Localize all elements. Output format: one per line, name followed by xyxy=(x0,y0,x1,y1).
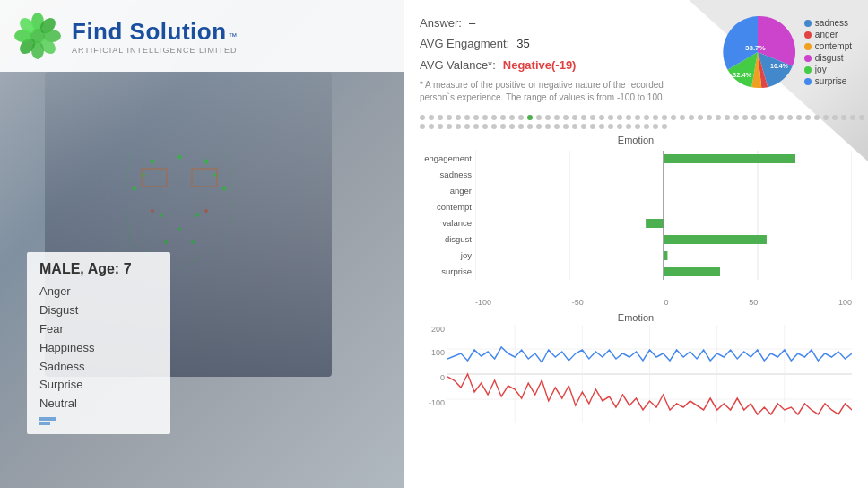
right-panel: Answer: – AVG Engagment: 35 AVG Valance*… xyxy=(404,0,868,488)
bar-x-labels: -100 -50 0 50 100 xyxy=(475,298,852,307)
logo-icon xyxy=(14,13,61,59)
svg-text:16.4%: 16.4% xyxy=(770,63,789,69)
answer-value: – xyxy=(469,13,475,33)
legend-surprise: surprise xyxy=(804,76,852,86)
brand-tm: ™ xyxy=(229,31,238,41)
disgust-label: disgust xyxy=(815,53,844,63)
bar-chart-title: Emotion xyxy=(420,135,852,145)
anger-dot xyxy=(804,31,812,39)
stat-note: * A measure of the positive or negative … xyxy=(420,79,689,104)
anger-label: anger xyxy=(815,30,838,39)
right-content: Answer: – AVG Engagment: 35 AVG Valance*… xyxy=(420,13,852,475)
brand-name: Find Solution xyxy=(72,18,227,46)
emotion-disgust: Disgust xyxy=(39,301,158,320)
stats-row: Answer: – AVG Engagment: 35 AVG Valance*… xyxy=(420,13,852,104)
engagement-stat: AVG Engagment: 35 xyxy=(420,33,700,54)
y-label-100: 100 xyxy=(431,348,445,357)
engagement-label: AVG Engagment: xyxy=(420,33,509,54)
line-y-axis: 200 100 0 -100 xyxy=(420,325,447,423)
surprise-label: surprise xyxy=(815,76,847,86)
surprise-dot xyxy=(804,78,812,85)
legend-disgust: disgust xyxy=(804,53,852,63)
bar-label-valance: valance xyxy=(420,215,472,231)
valance-label: AVG Valance*: xyxy=(420,55,496,75)
legend-anger: anger xyxy=(804,30,852,39)
bar-chart-area: -100 -50 0 50 100 xyxy=(475,151,852,307)
dotted-separator xyxy=(420,115,852,131)
x-label-n50: -50 xyxy=(572,298,584,307)
bar-chart-section: Emotion engagement sadness anger contemp… xyxy=(420,135,852,307)
bar-label-disgust: disgust xyxy=(420,231,472,248)
y-label-200: 200 xyxy=(431,325,445,334)
emotion-anger: Anger xyxy=(39,283,158,301)
pie-chart-area: 33.7% 16.4% 32.4% sadness anger xyxy=(718,13,852,92)
svg-rect-34 xyxy=(646,219,664,228)
emotion-happiness: Happiness xyxy=(39,339,158,358)
joy-label: joy xyxy=(815,65,827,74)
bar-label-contempt: contempt xyxy=(420,199,472,215)
line-chart-canvas xyxy=(447,325,852,423)
emotion-fear: Fear xyxy=(39,320,158,339)
line-chart-section: Emotion 200 100 0 -100 xyxy=(420,312,852,475)
dot-row-1 xyxy=(420,115,852,120)
svg-text:33.7%: 33.7% xyxy=(745,44,766,52)
line-chart-title: Emotion xyxy=(420,312,852,323)
bar-label-surprise: surprise xyxy=(420,264,472,280)
line-chart-svg xyxy=(447,325,852,423)
contempt-label: contempt xyxy=(815,41,852,51)
contempt-dot xyxy=(804,43,812,50)
pie-legend: sadness anger contempt disgust xyxy=(804,18,852,86)
bar-label-sadness: sadness xyxy=(420,167,472,183)
joy-dot xyxy=(804,66,812,74)
header-bar: Find Solution ™ ARTIFICIAL INTELLIGENCE … xyxy=(0,0,404,72)
answer-label: Answer: xyxy=(420,13,462,33)
valance-value: Negative(-19) xyxy=(503,55,577,75)
answer-stat: Answer: – xyxy=(420,13,700,33)
x-label-n100: -100 xyxy=(475,298,491,307)
x-label-100: 100 xyxy=(838,298,852,307)
svg-text:32.4%: 32.4% xyxy=(733,71,752,79)
bar-label-engagement: engagement xyxy=(420,151,472,167)
brand-text: Find Solution ™ ARTIFICIAL INTELLIGENCE … xyxy=(72,18,238,55)
dot-row-2 xyxy=(420,124,852,129)
bar-chart-body: engagement sadness anger contempt valanc… xyxy=(420,151,852,307)
emotion-list: Anger Disgust Fear Happiness Sadness Sur… xyxy=(39,283,158,414)
legend-contempt: contempt xyxy=(804,41,852,51)
y-label-0: 0 xyxy=(440,373,445,382)
x-label-0: 0 xyxy=(664,298,668,307)
line-chart-wrapper: 200 100 0 -100 xyxy=(420,325,852,423)
info-card: MALE, Age: 7 Anger Disgust Fear Happines… xyxy=(27,252,170,434)
legend-sadness: sadness xyxy=(804,18,852,28)
stats-block: Answer: – AVG Engagment: 35 AVG Valance*… xyxy=(420,13,700,104)
emotion-sadness: Sadness xyxy=(39,358,158,377)
emotion-surprise: Surprise xyxy=(39,376,158,395)
disgust-dot xyxy=(804,55,812,62)
emotion-neutral: Neutral xyxy=(39,395,158,414)
bar-chart-svg xyxy=(475,151,852,294)
face-card-title: MALE, Age: 7 xyxy=(39,261,158,277)
legend-joy: joy xyxy=(804,65,852,74)
bar-label-anger: anger xyxy=(420,183,472,199)
bar-y-labels: engagement sadness anger contempt valanc… xyxy=(420,151,475,280)
y-label-n100: -100 xyxy=(429,398,445,407)
svg-rect-37 xyxy=(664,267,720,276)
svg-rect-35 xyxy=(664,235,767,244)
svg-rect-33 xyxy=(664,154,795,163)
brand-subtitle: ARTIFICIAL INTELLIGENCE LIMITED xyxy=(72,46,238,55)
sadness-label: sadness xyxy=(815,18,848,28)
pie-chart: 33.7% 16.4% 32.4% xyxy=(718,13,797,92)
left-panel: Find Solution ™ ARTIFICIAL INTELLIGENCE … xyxy=(0,0,404,488)
x-label-50: 50 xyxy=(749,298,758,307)
engagement-value: 35 xyxy=(516,33,529,54)
sadness-dot xyxy=(804,20,812,27)
valance-stat: AVG Valance*: Negative(-19) xyxy=(420,55,700,75)
bar-label-joy: joy xyxy=(420,248,472,264)
